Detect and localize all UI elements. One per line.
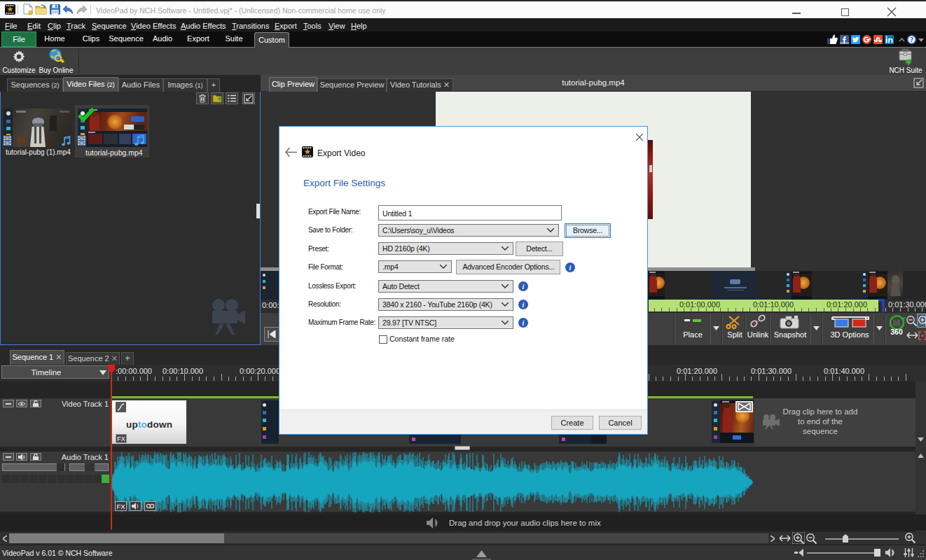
svg-text:i: i: [523, 301, 525, 309]
svg-text:?: ?: [910, 36, 913, 43]
svg-text:i: i: [569, 264, 572, 272]
svg-text:i: i: [523, 319, 525, 327]
svg-text:i: i: [523, 283, 525, 290]
